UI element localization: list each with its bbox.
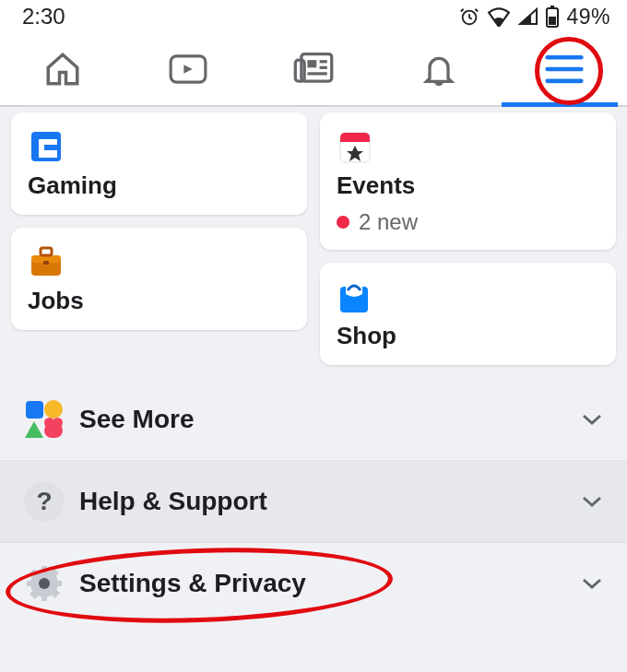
nav-news[interactable]	[284, 40, 343, 99]
battery-icon	[546, 6, 559, 28]
svg-point-27	[39, 578, 50, 589]
card-gaming[interactable]: Gaming	[11, 112, 307, 215]
svg-rect-24	[340, 138, 370, 142]
svg-rect-3	[549, 17, 556, 25]
svg-rect-2	[550, 6, 554, 8]
svg-rect-30	[27, 581, 34, 586]
svg-rect-16	[39, 139, 44, 158]
gaming-icon	[28, 128, 65, 165]
menu-settings-label: Settings & Privacy	[79, 569, 575, 598]
events-badge-dot	[337, 216, 349, 229]
chevron-down-icon	[575, 577, 603, 590]
wifi-icon	[487, 6, 511, 27]
alarm-icon	[459, 6, 479, 27]
card-shop[interactable]: Shop	[320, 263, 616, 365]
status-time: 2:30	[22, 4, 65, 29]
signal-icon	[518, 7, 538, 26]
top-navbar	[0, 33, 627, 107]
card-shop-title: Shop	[337, 322, 599, 350]
calendar-icon	[337, 127, 373, 166]
hamburger-icon	[544, 53, 585, 86]
status-icons: 49%	[459, 5, 610, 29]
menu-help-support[interactable]: ? Help & Support	[0, 460, 627, 542]
nav-notifications[interactable]	[409, 40, 468, 99]
card-gaming-title: Gaming	[28, 171, 290, 200]
see-more-icon	[24, 399, 65, 440]
svg-rect-28	[41, 566, 47, 573]
card-jobs[interactable]: Jobs	[11, 228, 307, 330]
nav-active-indicator	[502, 102, 618, 107]
nav-watch[interactable]	[159, 40, 218, 99]
menu-settings-privacy[interactable]: Settings & Privacy	[0, 542, 627, 624]
briefcase-icon	[28, 244, 65, 279]
menu-see-more-label: See More	[79, 405, 575, 434]
status-battery: 49%	[566, 5, 610, 29]
svg-rect-17	[44, 150, 57, 158]
bell-icon	[420, 50, 457, 88]
menu-see-more[interactable]: See More	[0, 378, 627, 460]
svg-rect-7	[307, 60, 316, 67]
nav-menu[interactable]	[535, 40, 594, 99]
card-events[interactable]: Events 2 new	[320, 112, 616, 250]
svg-rect-29	[41, 594, 47, 601]
card-events-title: Events	[337, 171, 599, 200]
help-icon: ?	[24, 481, 65, 522]
svg-rect-21	[43, 261, 49, 265]
nav-home[interactable]	[33, 40, 92, 99]
card-jobs-title: Jobs	[28, 287, 290, 315]
card-events-sub: 2 new	[359, 209, 418, 235]
watch-icon	[168, 52, 208, 87]
shopping-bag-icon	[337, 277, 372, 316]
menu-card-grid: Gaming Jobs Events 2 new Shop	[0, 107, 627, 378]
news-icon	[292, 51, 335, 88]
home-icon	[43, 50, 82, 88]
gear-icon	[24, 563, 65, 604]
chevron-down-icon	[575, 413, 603, 426]
menu-help-label: Help & Support	[79, 487, 575, 516]
chevron-down-icon	[575, 495, 603, 508]
svg-rect-31	[54, 581, 62, 586]
status-bar: 2:30 49%	[0, 0, 627, 33]
svg-rect-20	[41, 248, 52, 255]
